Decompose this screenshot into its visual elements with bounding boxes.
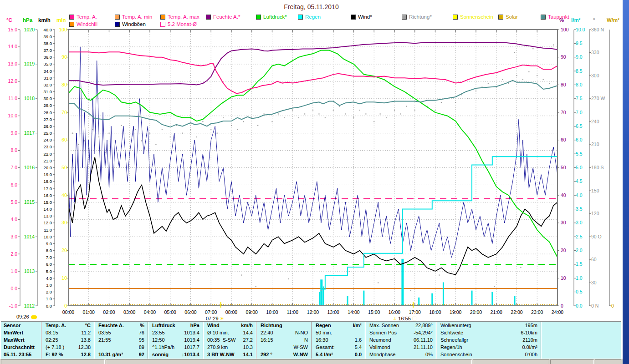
daylength-label: 09:26 (16, 314, 37, 319)
y-tick-label: 360 N (591, 27, 604, 32)
y-tick-label: 8.0 (576, 82, 583, 87)
sunset-arrow-icon: ⇓ (393, 316, 397, 321)
table-cell-info (94, 344, 120, 351)
table-cell-value: 14.1 (235, 351, 256, 358)
y-tick-label: 8.5 (576, 68, 583, 74)
x-tick-label: 00:00 (62, 309, 74, 315)
x-tick-label: 05:00 (164, 309, 176, 315)
statusbar-panel-1 (1, 359, 105, 364)
y-tick-label: 0.0 (46, 303, 52, 308)
axis-hpa: 102010191018101710161015101410131012 (24, 27, 37, 308)
y-tick-label: 22.0 (44, 152, 52, 157)
table-cell-info: Vollmond (365, 344, 400, 351)
y-tick-label: 27.0 (44, 117, 52, 122)
table-col-astro: Max. Sonnen22,889°Sonnen Pos-54,294°Neum… (365, 322, 436, 359)
y-tick-label: 23.0 (44, 144, 52, 149)
y-tick-label: 15.0 (44, 200, 52, 205)
table-col-unit: % (124, 322, 148, 329)
y-tick-label: 1017 (24, 130, 35, 136)
weather-chart: 15.014.013.012.011.010.09.08.07.06.05.04… (0, 0, 629, 321)
y-tick-label: 28.0 (44, 110, 52, 115)
table-col-feuchte-a-: Feuchte A.%03:557621:55958910.31 g/m³92 (94, 322, 148, 359)
table-cell-value: 11.2 (66, 329, 94, 336)
y-tick-label: 10 (61, 275, 67, 281)
table-col-title: Richtung (256, 322, 283, 329)
statusbar-panel-4 (550, 359, 594, 364)
y-tick-label: 1014 (24, 234, 35, 239)
table-cell-value: 1013.4 (174, 329, 203, 336)
x-axis-labels: 00:0001:0002:0003:0004:0005:0006:0007:00… (62, 309, 563, 315)
y-tick-label: 21.0 (44, 158, 52, 163)
y-tick-label: 10.0 (576, 27, 585, 32)
table-cell-info: (+ 7.18 ) (41, 344, 66, 351)
y-tick-label: 9.0 (576, 54, 583, 60)
x-tick-label: 22:00 (511, 309, 522, 315)
y-tick-label: 180 S (591, 165, 603, 170)
y-tick-label: 7.0 (576, 110, 583, 115)
table-cell-value: 92 (123, 351, 148, 358)
y-tick-label: 1018 (24, 96, 35, 101)
table-col-regen: Regenl/m²50 min.16:301.6Gesamt:5.45.4 l/… (311, 322, 365, 359)
table-row-header: Sensor (1, 322, 41, 329)
table-col-extra: Wolkenunterg195mSichtweite6-10kmSchneefa… (436, 322, 541, 359)
y-tick-label: 9.0 (10, 130, 17, 136)
table-cell-info: 08:15 (41, 329, 66, 336)
axis-unit-min: min (56, 17, 66, 23)
y-tick-label: 0.0 (10, 286, 17, 291)
y-tick-label: 37.0 (44, 48, 52, 53)
y-tick-label: 1.0 (46, 296, 52, 301)
y-tick-label: 8.0 (10, 147, 17, 153)
y-tick-label: 38.0 (44, 41, 52, 46)
y-tick-label: 300 (591, 73, 599, 78)
table-cell-info: 23:55 (148, 329, 174, 336)
table-col-filler (541, 322, 621, 359)
table-cell-value: 95 (120, 336, 148, 344)
y-tick-label: 6.0 (10, 182, 17, 187)
table-cell-value: 6-10km (490, 329, 541, 336)
y-tick-label: 20 (61, 248, 67, 253)
table-cell-value: 1017.7 (174, 344, 203, 351)
y-tick-label: 4.0 (576, 192, 583, 198)
y-tick-label: 20 (561, 248, 566, 253)
table-col-unit (283, 322, 311, 329)
y-tick-label: 1.5 (576, 261, 583, 267)
table-cell-value: 13.8 (66, 336, 94, 344)
y-tick-label: 25.0 (44, 131, 52, 136)
table-col-unit: km/h (229, 322, 256, 329)
y-tick-label: 1020 (24, 27, 35, 32)
daylength-value: 09:26 (16, 314, 29, 319)
y-tick-label: 30 (561, 220, 566, 225)
y-tick-label: 13.0 (8, 61, 18, 66)
axis-unit-hpa: hPa (23, 17, 32, 23)
y-tick-label: 2.0 (46, 289, 52, 294)
y-tick-label: 0 (561, 303, 563, 308)
sunset-time: 16:55 (398, 316, 411, 321)
y-tick-label: 6.0 (46, 262, 52, 267)
x-tick-label: 08:00 (225, 309, 237, 315)
table-cell-info: 16:30 (312, 336, 337, 344)
statusbar (0, 359, 623, 364)
y-tick-label: -1.0 (9, 303, 17, 308)
y-tick-label: 90 (61, 54, 67, 60)
table-cell-info: Regen/1h (436, 344, 490, 351)
table-cell-info: 12:50 (148, 336, 174, 344)
table-cell-info: 5.4 l/m² (312, 351, 337, 358)
series-regen-summe (68, 157, 557, 306)
table-col-luftdruck: LuftdruckhPa23:551013.412:501019.4^1.1hP… (148, 322, 203, 359)
y-tick-label: 90 (561, 54, 566, 60)
y-tick-label: 34.0 (44, 69, 52, 74)
x-tick-label: 14:00 (348, 309, 359, 315)
y-tick-label: 10.0 (8, 113, 18, 118)
y-tick-label: 16.0 (44, 193, 52, 198)
table-cell-info: 00:35 S-SW (203, 336, 235, 344)
y-tick-label: 4.0 (10, 217, 17, 222)
table-cell-value: 12.8 (66, 351, 94, 358)
series-regen-rate (320, 259, 515, 306)
table-cell-value: 27.2 (235, 336, 256, 344)
table-cell-value: 21.11.10 (400, 344, 436, 351)
table-cell-info: Ø 10 min. (203, 329, 229, 336)
table-cell-value: 0:00h (490, 351, 541, 358)
y-tick-label: 90 O (591, 234, 602, 239)
table-row-header: 05.11. 23:55 (1, 351, 41, 358)
y-tick-label: 3.5 (576, 206, 583, 212)
